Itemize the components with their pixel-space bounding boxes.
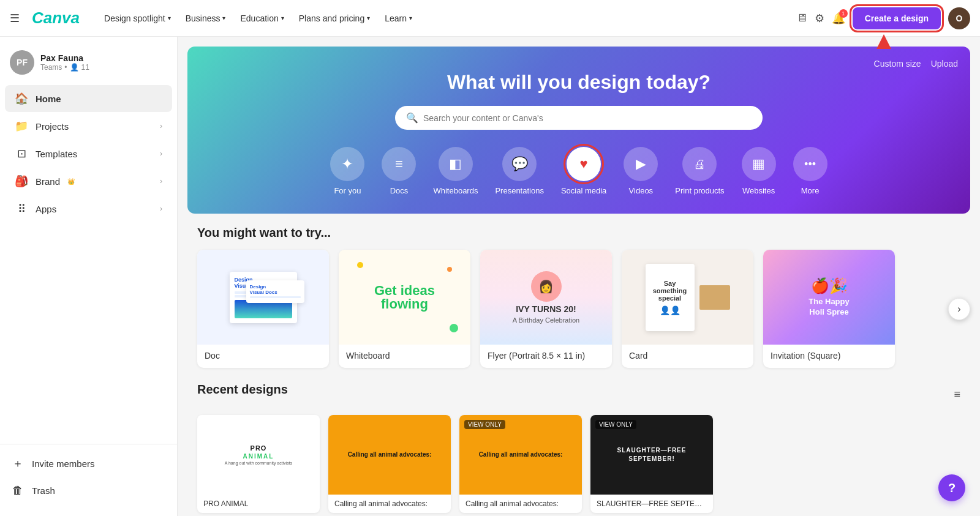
- suggestion-card-invitation[interactable]: 🍎🎉 The HappyHoli Spree Invitation (Squar…: [763, 250, 895, 368]
- for-you-icon-wrap: ✦: [330, 147, 364, 181]
- more-icon-wrap: •••: [793, 147, 827, 181]
- notifications-icon[interactable]: 🔔 1: [832, 12, 845, 25]
- flyer-circle: 👩: [531, 271, 562, 302]
- top-nav: ☰ Canva Design spotlight ▾ Business ▾ Ed…: [0, 0, 980, 37]
- monitor-icon[interactable]: 🖥: [796, 12, 807, 24]
- flyer-event: A Birthday Celebration: [513, 316, 579, 324]
- doc-card-label: Doc: [197, 345, 329, 368]
- invitation-thumb: 🍎🎉 The HappyHoli Spree: [763, 250, 895, 345]
- category-videos[interactable]: ▶ Videos: [624, 147, 658, 195]
- category-docs[interactable]: ≡ Docs: [382, 147, 416, 195]
- sidebar-item-templates[interactable]: ⊡ Templates ›: [5, 140, 172, 167]
- help-button[interactable]: ?: [938, 474, 965, 501]
- for-you-label: For you: [334, 186, 361, 195]
- sidebar-item-home[interactable]: 🏠 Home: [5, 85, 172, 112]
- card-thumb: Saysomethingspecial 👤👤: [622, 250, 753, 345]
- category-presentations[interactable]: 💬 Presentations: [495, 147, 544, 195]
- sidebar-bottom: ＋ Invite members 🗑 Trash: [0, 444, 177, 509]
- trash-button[interactable]: 🗑 Trash: [5, 477, 172, 504]
- card-envelope: [699, 285, 730, 310]
- category-print-products[interactable]: 🖨 Print products: [675, 147, 724, 195]
- dot-3: [447, 267, 452, 272]
- recent-header: Recent designs ≡: [197, 383, 960, 406]
- search-icon: 🔍: [406, 112, 418, 124]
- websites-label: Websites: [742, 186, 775, 195]
- recent-thumb-2: Calling all animal advocates:: [328, 415, 451, 495]
- invitation-card-label: Invitation (Square): [763, 345, 895, 368]
- view-only-badge-2: VIEW ONLY: [595, 420, 636, 429]
- category-more[interactable]: ••• More: [793, 147, 827, 195]
- nav-business[interactable]: Business ▾: [179, 10, 232, 27]
- crown-icon: 👑: [67, 178, 75, 185]
- sidebar-nav: 🏠 Home 📁 Projects › ⊡ Templates › 🎒 Bran…: [0, 84, 177, 444]
- user-avatar[interactable]: O: [948, 7, 970, 29]
- invite-members-button[interactable]: ＋ Invite members: [5, 449, 172, 477]
- presentations-label: Presentations: [495, 186, 544, 195]
- card-front: Saysomethingspecial 👤👤: [646, 264, 695, 331]
- hero-search-bar[interactable]: 🔍: [395, 106, 763, 130]
- invitation-text: The HappyHoli Spree: [809, 297, 849, 318]
- nav-design-spotlight[interactable]: Design spotlight ▾: [98, 10, 177, 27]
- sidebar-team-label: Teams • 👤 11: [40, 63, 89, 72]
- canva-logo[interactable]: Canva: [32, 9, 80, 28]
- templates-icon: ⊡: [15, 147, 28, 160]
- suggestion-card-doc[interactable]: DesignVisual Docs DesignVisual Docs D: [197, 250, 329, 368]
- chevron-icon: ›: [160, 149, 162, 158]
- nav-learn[interactable]: Learn ▾: [379, 10, 418, 27]
- suggestion-cards: DesignVisual Docs DesignVisual Docs D: [197, 250, 960, 368]
- sidebar-item-projects[interactable]: 📁 Projects ›: [5, 113, 172, 140]
- print-products-icon-wrap: 🖨: [682, 147, 717, 181]
- suggestions-section: You might want to try... DesignVisual Do…: [178, 214, 980, 380]
- recent-card-slaughter-free[interactable]: VIEW ONLY SLAUGHTER—FREESEPTEMBER! SLAUG…: [590, 415, 713, 513]
- main-content: Custom size Upload What will you design …: [178, 37, 980, 516]
- recent-card-label-1: PRO ANIMAL: [197, 495, 320, 513]
- nav-education[interactable]: Education ▾: [234, 10, 290, 27]
- settings-icon[interactable]: ⚙: [815, 12, 824, 25]
- custom-size-button[interactable]: Custom size: [874, 59, 921, 69]
- categories-row: ✦ For you ≡ Docs ◧ Whiteboards: [224, 147, 933, 195]
- suggestion-card-whiteboard[interactable]: Get ideasflowing Whiteboard: [339, 250, 470, 368]
- for-you-icon: ✦: [341, 155, 353, 173]
- nav-right: 🖥 ⚙ 🔔 1 Create a design O: [796, 7, 970, 29]
- print-products-label: Print products: [675, 186, 724, 195]
- hero-banner: Custom size Upload What will you design …: [187, 47, 970, 214]
- hamburger-menu[interactable]: ☰: [10, 12, 20, 25]
- list-view-icon[interactable]: ≡: [954, 388, 960, 401]
- recent-card-pro-animal[interactable]: PRO ANIMAL A hang out with community act…: [197, 415, 320, 513]
- category-whiteboards[interactable]: ◧ Whiteboards: [433, 147, 478, 195]
- dot-1: [357, 262, 363, 268]
- card-card-label: Card: [622, 345, 753, 368]
- trash-icon: 🗑: [11, 484, 24, 497]
- carousel-next-button[interactable]: ›: [948, 298, 970, 320]
- create-design-button[interactable]: Create a design: [853, 7, 941, 29]
- chevron-icon: ›: [160, 177, 162, 185]
- chevron-icon: ›: [160, 204, 162, 213]
- recent-thumb-1: PRO ANIMAL A hang out with community act…: [197, 415, 320, 495]
- suggestions-title: You might want to try...: [197, 226, 960, 240]
- category-websites[interactable]: ▦ Websites: [742, 147, 776, 195]
- sidebar-item-brand[interactable]: 🎒 Brand 👑 ›: [5, 168, 172, 195]
- category-social-media[interactable]: ♥ Social media: [561, 147, 606, 195]
- flyer-thumb: 👩 IVY TURNS 20! A Birthday Celebration: [480, 250, 612, 345]
- recent-card-calling-2[interactable]: VIEW ONLY Calling all animal advocates: …: [459, 415, 582, 513]
- websites-icon: ▦: [752, 156, 765, 172]
- recent-card-label-2: Calling all animal advocates:: [328, 495, 451, 513]
- nav-plans-pricing[interactable]: Plans and pricing ▾: [293, 10, 376, 27]
- recent-card-label-4: SLAUGHTER—FREE SEPTEMBER!: [590, 495, 713, 513]
- sidebar-item-apps[interactable]: ⠿ Apps ›: [5, 195, 172, 222]
- presentations-icon: 💬: [511, 156, 528, 172]
- flyer-card-label: Flyer (Portrait 8.5 × 11 in): [480, 345, 612, 368]
- recent-card-label-3: Calling all animal advocates:: [459, 495, 582, 513]
- sidebar-user-avatar: PF: [10, 50, 34, 75]
- invite-members-label: Invite members: [32, 458, 95, 469]
- suggestion-card-card[interactable]: Saysomethingspecial 👤👤 Card: [622, 250, 753, 368]
- arrow-indicator: [876, 34, 891, 49]
- recent-thumb-3: VIEW ONLY Calling all animal advocates:: [459, 415, 582, 495]
- upload-button[interactable]: Upload: [931, 59, 958, 69]
- suggestion-card-flyer[interactable]: 👩 IVY TURNS 20! A Birthday Celebration F…: [480, 250, 612, 368]
- whiteboards-icon: ◧: [449, 156, 462, 172]
- docs-icon-wrap: ≡: [382, 147, 416, 181]
- search-input[interactable]: [423, 113, 752, 123]
- recent-card-calling-1[interactable]: Calling all animal advocates: Calling al…: [328, 415, 451, 513]
- category-for-you[interactable]: ✦ For you: [330, 147, 364, 195]
